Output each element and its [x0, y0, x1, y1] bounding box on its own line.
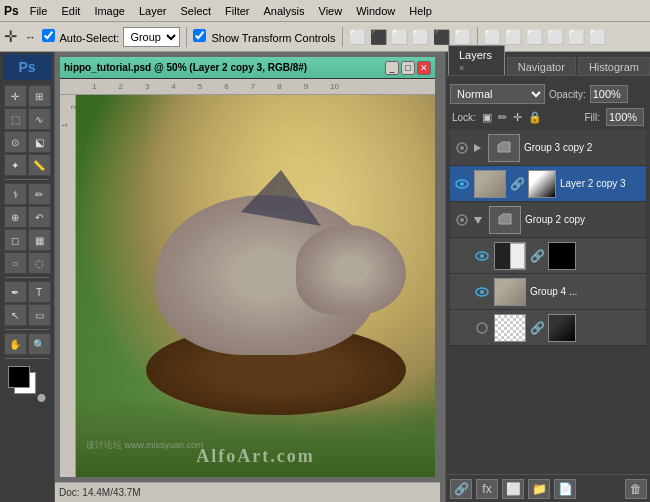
- layer-group2copy[interactable]: Group 2 copy: [450, 202, 646, 238]
- tab-layers[interactable]: Layers ×: [448, 45, 505, 75]
- menu-edit[interactable]: Edit: [54, 3, 87, 19]
- layer-name-group4: Group 4 ...: [530, 286, 642, 297]
- svg-point-10: [477, 323, 487, 333]
- crop-tool[interactable]: ⬕: [28, 131, 51, 153]
- gradient-tool[interactable]: ▦: [28, 229, 51, 251]
- menu-view[interactable]: View: [312, 3, 350, 19]
- menu-window[interactable]: Window: [349, 3, 402, 19]
- blend-mode-select[interactable]: Normal: [450, 84, 545, 104]
- delete-layer-btn[interactable]: 🗑: [625, 479, 647, 499]
- layer-layer2copy3[interactable]: 🔗 Layer 2 copy 3: [450, 166, 646, 202]
- show-transform-checkbox[interactable]: [193, 29, 206, 42]
- distribute-icon-4[interactable]: ⬜: [547, 29, 564, 45]
- layer-visibility-group3[interactable]: [454, 140, 470, 156]
- eraser-tool[interactable]: ◻: [4, 229, 27, 251]
- layer-chain-layer2: 🔗: [510, 177, 522, 191]
- align-center-icon[interactable]: ⬛: [370, 29, 387, 45]
- svg-point-9: [480, 290, 484, 294]
- canvas-close-btn[interactable]: ✕: [417, 61, 431, 75]
- distribute-icon-5[interactable]: ⬜: [568, 29, 585, 45]
- blend-opacity-row: Normal Opacity:: [450, 84, 646, 104]
- svg-point-7: [480, 254, 484, 258]
- ruler-mark-5: 5: [198, 82, 202, 91]
- auto-select-checkbox[interactable]: [42, 29, 55, 42]
- dodge-tool[interactable]: ○: [4, 252, 27, 274]
- tab-navigator[interactable]: Navigator: [507, 57, 576, 75]
- menu-select[interactable]: Select: [174, 3, 219, 19]
- fill-label: Fill:: [584, 112, 600, 123]
- layer-group4[interactable]: Group 4 ...: [450, 274, 646, 310]
- layer-wing[interactable]: 🔗: [450, 310, 646, 346]
- new-group-btn[interactable]: 📁: [528, 479, 550, 499]
- path-select-tool[interactable]: ↖: [4, 304, 27, 326]
- tools-panel: Ps ✛ ⊞ ⬚ ∿ ⊙ ⬕ ✦ 📏 ⚕ ✏ ⊕ ↶ ◻ ▦ ○ ◌ ✒ T ↖…: [0, 52, 55, 502]
- svg-point-5: [460, 218, 464, 222]
- clone-tool[interactable]: ⊕: [4, 206, 27, 228]
- lock-pixels-icon[interactable]: ▣: [482, 111, 492, 124]
- fx-btn[interactable]: fx: [476, 479, 498, 499]
- align-left-icon[interactable]: ⬜: [349, 29, 366, 45]
- lock-image-icon[interactable]: ✏: [498, 111, 507, 124]
- link-styles-btn[interactable]: 🔗: [450, 479, 472, 499]
- align-bottom-icon[interactable]: ⬜: [454, 29, 471, 45]
- add-mask-btn[interactable]: ⬜: [502, 479, 524, 499]
- align-middle-icon[interactable]: ⬛: [433, 29, 450, 45]
- menu-file[interactable]: File: [23, 3, 55, 19]
- quick-select-tool[interactable]: ⊙: [4, 131, 27, 153]
- canvas-maximize-btn[interactable]: □: [401, 61, 415, 75]
- layer-visibility-group2[interactable]: [454, 212, 470, 228]
- menu-help[interactable]: Help: [402, 3, 439, 19]
- distribute-icon-2[interactable]: ⬜: [505, 29, 522, 45]
- distribute-icon-1[interactable]: ⬜: [484, 29, 501, 45]
- eyedropper-tool[interactable]: ✦: [4, 154, 27, 176]
- lock-position-icon[interactable]: ✛: [513, 111, 522, 124]
- rect-select-tool[interactable]: ⬚: [4, 108, 27, 130]
- layer-name-layer2: Layer 2 copy 3: [560, 178, 642, 189]
- layer-visibility-group4[interactable]: [474, 284, 490, 300]
- layer-visibility-wing[interactable]: [474, 320, 490, 336]
- layer-visibility-layer2[interactable]: [454, 176, 470, 192]
- fill-input[interactable]: [606, 108, 644, 126]
- layer-thumb-group3: [488, 134, 520, 162]
- opacity-input[interactable]: [590, 85, 628, 103]
- distribute-icon-6[interactable]: ⬜: [589, 29, 606, 45]
- canvas-image: 设计论坛 www.missyuan.com AlfoArt.com: [76, 95, 435, 477]
- layer-thumb-group4: [494, 278, 526, 306]
- group-triangle-group2: [474, 214, 485, 226]
- canvas-image-container[interactable]: 设计论坛 www.missyuan.com AlfoArt.com: [76, 95, 435, 477]
- spot-heal-tool[interactable]: ⚕: [4, 183, 27, 205]
- new-layer-btn[interactable]: 📄: [554, 479, 576, 499]
- ruler-tool[interactable]: 📏: [28, 154, 51, 176]
- auto-select-dropdown[interactable]: Group: [123, 27, 180, 47]
- lasso-tool[interactable]: ∿: [28, 108, 51, 130]
- canvas-title-bar: hippo_tutorial.psd @ 50% (Layer 2 copy 3…: [60, 57, 435, 79]
- align-top-icon[interactable]: ⬜: [412, 29, 429, 45]
- pen-tool[interactable]: ✒: [4, 281, 27, 303]
- tab-histogram[interactable]: Histogram: [578, 57, 650, 75]
- menu-layer[interactable]: Layer: [132, 3, 174, 19]
- menu-analysis[interactable]: Analysis: [257, 3, 312, 19]
- distribute-icon-3[interactable]: ⬜: [526, 29, 543, 45]
- menu-filter[interactable]: Filter: [218, 3, 256, 19]
- zoom-tool[interactable]: 🔍: [28, 333, 51, 355]
- foreground-color-swatch[interactable]: [8, 366, 30, 388]
- align-right-icon[interactable]: ⬜: [391, 29, 408, 45]
- move-tool[interactable]: ✛: [4, 85, 27, 107]
- menu-image[interactable]: Image: [87, 3, 132, 19]
- layer-visibility-bw[interactable]: [474, 248, 490, 264]
- tools-divider-4: [5, 358, 49, 359]
- lock-all-icon[interactable]: 🔒: [528, 111, 542, 124]
- ruler-mark-9: 9: [304, 82, 308, 91]
- canvas-minimize-btn[interactable]: _: [385, 61, 399, 75]
- type-tool[interactable]: T: [28, 281, 51, 303]
- quick-mask-icon[interactable]: ⬤: [37, 393, 46, 402]
- shape-tool[interactable]: ▭: [28, 304, 51, 326]
- layer-group3copy2[interactable]: Group 3 copy 2: [450, 130, 646, 166]
- color-swatch-container: ⬤: [8, 366, 46, 402]
- artboard-tool[interactable]: ⊞: [28, 85, 51, 107]
- history-tool[interactable]: ↶: [28, 206, 51, 228]
- layer-bw[interactable]: 🔗: [450, 238, 646, 274]
- hand-tool[interactable]: ✋: [4, 333, 27, 355]
- brush-tool[interactable]: ✏: [28, 183, 51, 205]
- blur-tool[interactable]: ◌: [28, 252, 51, 274]
